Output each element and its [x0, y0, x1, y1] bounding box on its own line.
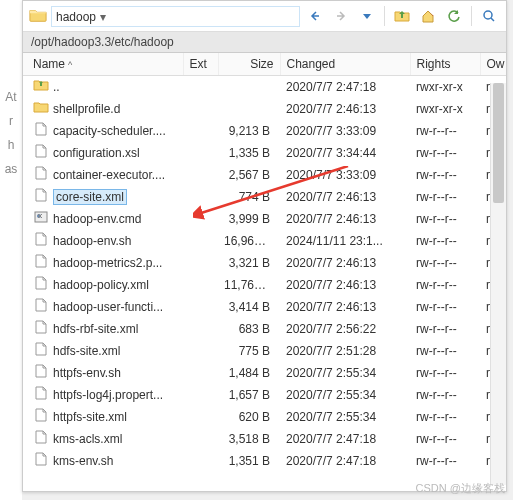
file-rights: rw-r--r--: [410, 384, 480, 406]
toolbar: hadoop ▾: [23, 1, 506, 32]
file-changed: 2020/7/7 2:55:34: [280, 406, 410, 428]
table-row[interactable]: hadoop-env.cmd3,999 B2020/7/7 2:46:13rw-…: [23, 208, 506, 230]
file-size: 774 B: [218, 186, 280, 208]
table-row[interactable]: container-executor....2,567 B2020/7/7 3:…: [23, 164, 506, 186]
file-size: 11,765 B: [218, 274, 280, 296]
file-icon: [33, 188, 49, 205]
table-row[interactable]: capacity-scheduler....9,213 B2020/7/7 3:…: [23, 120, 506, 142]
file-changed: 2024/11/11 23:1...: [280, 230, 410, 252]
file-changed: 2020/7/7 2:47:18: [280, 450, 410, 472]
location-box[interactable]: hadoop ▾: [51, 6, 300, 27]
forward-button[interactable]: [330, 5, 352, 27]
file-size: 620 B: [218, 406, 280, 428]
table-row[interactable]: shellprofile.d2020/7/7 2:46:13rwxr-xr-xr…: [23, 98, 506, 120]
file-name: kms-acls.xml: [53, 432, 122, 446]
file-name: hadoop-policy.xml: [53, 278, 149, 292]
table-row[interactable]: ..2020/7/7 2:47:18rwxr-xr-xroc: [23, 76, 506, 98]
file-name: kms-env.sh: [53, 454, 113, 468]
file-name: configuration.xsl: [53, 146, 140, 160]
table-row[interactable]: kms-env.sh1,351 B2020/7/7 2:47:18rw-r--r…: [23, 450, 506, 472]
file-icon: [33, 364, 49, 381]
file-changed: 2020/7/7 3:34:44: [280, 142, 410, 164]
sort-asc-icon: ^: [68, 60, 72, 70]
file-changed: 2020/7/7 2:47:18: [280, 76, 410, 98]
file-icon: [33, 210, 49, 227]
file-rights: rw-r--r--: [410, 230, 480, 252]
file-size: 9,213 B: [218, 120, 280, 142]
file-icon: [33, 100, 49, 117]
file-size: 683 B: [218, 318, 280, 340]
file-rights: rw-r--r--: [410, 296, 480, 318]
file-icon: [33, 298, 49, 315]
table-row[interactable]: httpfs-env.sh1,484 B2020/7/7 2:55:34rw-r…: [23, 362, 506, 384]
file-rights: rw-r--r--: [410, 186, 480, 208]
table-row[interactable]: hdfs-site.xml775 B2020/7/7 2:51:28rw-r--…: [23, 340, 506, 362]
file-name: hadoop-env.sh: [53, 234, 132, 248]
folder-icon: [29, 7, 47, 26]
col-name[interactable]: Name^: [23, 53, 183, 76]
file-changed: 2020/7/7 2:46:13: [280, 296, 410, 318]
file-rights: rwxr-xr-x: [410, 98, 480, 120]
file-size: 1,351 B: [218, 450, 280, 472]
file-name: hadoop-env.cmd: [53, 212, 142, 226]
find-button[interactable]: [478, 5, 500, 27]
toolbar-divider: [384, 6, 385, 26]
file-name: httpfs-site.xml: [53, 410, 127, 424]
table-row[interactable]: hadoop-metrics2.p...3,321 B2020/7/7 2:46…: [23, 252, 506, 274]
back-button[interactable]: [304, 5, 326, 27]
table-row[interactable]: hadoop-user-functi...3,414 B2020/7/7 2:4…: [23, 296, 506, 318]
col-owner[interactable]: Ow: [480, 53, 506, 76]
history-button[interactable]: [356, 5, 378, 27]
table-row[interactable]: configuration.xsl1,335 B2020/7/7 3:34:44…: [23, 142, 506, 164]
file-rights: rw-r--r--: [410, 362, 480, 384]
file-icon: [33, 408, 49, 425]
table-row[interactable]: hadoop-env.sh16,962 B2024/11/11 23:1...r…: [23, 230, 506, 252]
file-rights: rw-r--r--: [410, 208, 480, 230]
file-size: 3,414 B: [218, 296, 280, 318]
file-size: [218, 98, 280, 120]
col-rights[interactable]: Rights: [410, 53, 480, 76]
file-changed: 2020/7/7 3:33:09: [280, 120, 410, 142]
file-changed: 2020/7/7 2:55:34: [280, 362, 410, 384]
file-changed: 2020/7/7 2:46:13: [280, 274, 410, 296]
table-row[interactable]: hdfs-rbf-site.xml683 B2020/7/7 2:56:22rw…: [23, 318, 506, 340]
file-rights: rw-r--r--: [410, 274, 480, 296]
file-name: httpfs-env.sh: [53, 366, 121, 380]
scrollbar-thumb[interactable]: [493, 83, 504, 203]
parent-dir-button[interactable]: [391, 5, 413, 27]
vertical-scrollbar[interactable]: [490, 83, 506, 485]
file-icon: [33, 276, 49, 293]
file-name: capacity-scheduler....: [53, 124, 166, 138]
file-rights: rw-r--r--: [410, 142, 480, 164]
col-size[interactable]: Size: [218, 53, 280, 76]
home-button[interactable]: [417, 5, 439, 27]
file-listview: Name^ Ext Size Changed Rights Ow ..2020/…: [23, 53, 506, 485]
table-row[interactable]: httpfs-site.xml620 B2020/7/7 2:55:34rw-r…: [23, 406, 506, 428]
file-size: 3,999 B: [218, 208, 280, 230]
table-row[interactable]: hadoop-policy.xml11,765 B2020/7/7 2:46:1…: [23, 274, 506, 296]
file-manager-window: hadoop ▾ /opt/hadoop3.3/etc/hadoop Name^…: [22, 0, 507, 492]
file-size: 3,321 B: [218, 252, 280, 274]
file-name: hdfs-site.xml: [53, 344, 120, 358]
file-rights: rw-r--r--: [410, 340, 480, 362]
file-size: 3,518 B: [218, 428, 280, 450]
file-changed: 2020/7/7 2:46:13: [280, 98, 410, 120]
file-rights: rw-r--r--: [410, 450, 480, 472]
path-bar[interactable]: /opt/hadoop3.3/etc/hadoop: [23, 32, 506, 53]
col-ext[interactable]: Ext: [183, 53, 218, 76]
file-icon: [33, 232, 49, 249]
table-row[interactable]: httpfs-log4j.propert...1,657 B2020/7/7 2…: [23, 384, 506, 406]
table-row[interactable]: core-site.xml774 B2020/7/7 2:46:13rw-r--…: [23, 186, 506, 208]
file-icon: [33, 342, 49, 359]
file-rights: rw-r--r--: [410, 120, 480, 142]
file-size: 16,962 B: [218, 230, 280, 252]
col-changed[interactable]: Changed: [280, 53, 410, 76]
file-size: 1,335 B: [218, 142, 280, 164]
table-row[interactable]: kms-acls.xml3,518 B2020/7/7 2:47:18rw-r-…: [23, 428, 506, 450]
file-changed: 2020/7/7 2:51:28: [280, 340, 410, 362]
toolbar-divider: [471, 6, 472, 26]
file-name: hadoop-user-functi...: [53, 300, 163, 314]
file-size: 775 B: [218, 340, 280, 362]
refresh-button[interactable]: [443, 5, 465, 27]
file-name: hadoop-metrics2.p...: [53, 256, 162, 270]
